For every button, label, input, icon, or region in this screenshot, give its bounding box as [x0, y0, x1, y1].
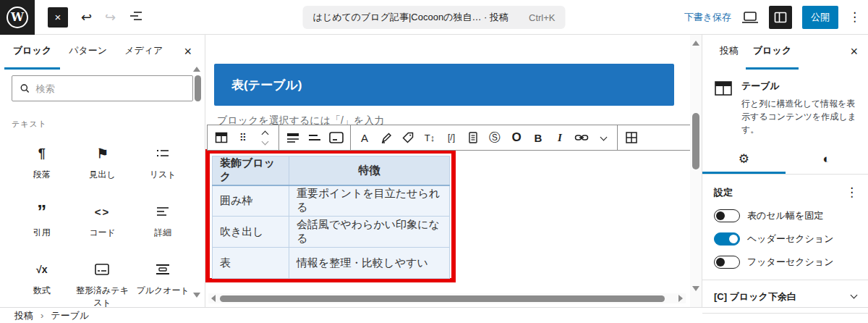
sidebar-scrollbar-thumb[interactable] [195, 75, 201, 101]
table-header-cell[interactable]: 装飾ブロック [213, 156, 289, 185]
fixed-cell-width-toggle[interactable] [714, 209, 740, 222]
scroll-down-arrow[interactable] [692, 286, 699, 291]
block-item-pullquote[interactable]: プルクオート [132, 253, 193, 315]
undo-button[interactable]: ↩ [81, 11, 92, 24]
table-row: 吹き出し 会話風でやわらかい印象になる [213, 217, 450, 248]
heading-block[interactable]: 表(テーブル) [214, 64, 674, 106]
canvas-vertical-scrollbar[interactable] [690, 35, 702, 307]
block-item-code[interactable]: <> コード [72, 195, 133, 246]
tab-settings[interactable]: ⚙ [702, 146, 786, 174]
editor-canvas[interactable]: 表(テーブル) ブロックを選択するには「/」を入力 ⠿ [205, 35, 690, 307]
table-cell[interactable]: 表 [213, 248, 289, 279]
toolbar-group-table-edit [618, 125, 645, 150]
table-block-type-button[interactable] [210, 125, 232, 150]
caption-button[interactable] [326, 125, 347, 150]
block-search-input[interactable] [35, 83, 185, 94]
font-size-button[interactable]: T↕ [419, 125, 441, 150]
list-icon [156, 147, 170, 160]
align-text-button[interactable] [304, 125, 326, 150]
bold-button[interactable]: B [527, 125, 549, 150]
redo-icon: ↪ [105, 10, 116, 25]
block-item-details[interactable]: 詳細 [132, 195, 193, 246]
table-block[interactable]: 装飾ブロック 特徴 囲み枠 重要ポイントを目立たせられる 吹き出し 会話風でやわ… [212, 156, 450, 279]
table-cell[interactable]: 情報を整理・比較しやすい [289, 248, 450, 279]
preview-button[interactable] [741, 10, 759, 25]
gear-icon: ⚙ [739, 151, 749, 167]
table-cell[interactable]: 吹き出し [213, 217, 289, 248]
document-overview-bar[interactable]: はじめてのブログ記事|Cocoonの独自… · 投稿 Ctrl+K [303, 6, 566, 29]
table-header-cell[interactable]: 特徴 [289, 156, 450, 185]
toolbar-group-block: ⠿ [208, 125, 279, 150]
heading-block-text: 表(テーブル) [231, 77, 302, 93]
shortcode-button[interactable]: [/] [441, 125, 462, 150]
publish-button[interactable]: 公開 [802, 6, 838, 29]
toggle-row-header-section: ヘッダーセクション [702, 227, 868, 251]
memo-button[interactable] [462, 125, 484, 150]
annotation-red-box: 装飾ブロック 特徴 囲み枠 重要ポイントを目立たせられる 吹き出し 会話風でやわ… [205, 149, 456, 282]
header-section-toggle[interactable] [714, 232, 740, 246]
math-icon: √x [36, 260, 47, 279]
chevron-down-icon [851, 292, 858, 299]
tab-post[interactable]: 投稿 [712, 34, 746, 70]
tab-patterns[interactable]: パターン [60, 34, 116, 70]
tab-styles[interactable]: ◐ [786, 146, 868, 174]
scroll-right-arrow[interactable] [678, 295, 683, 302]
s-circle-button[interactable]: Ⓢ [484, 125, 506, 150]
sidebar-panel-icon [773, 10, 788, 25]
canvas-horizontal-scrollbar[interactable] [208, 293, 686, 303]
save-draft-button[interactable]: 下書き保存 [684, 11, 731, 24]
tab-block[interactable]: ブロック [746, 34, 799, 70]
panel-block-bottom-margin[interactable]: [C] ブロック下余白 [702, 280, 868, 313]
block-card: テーブル 行と列に構造化して情報を表示するコンテンツを作成します。 [702, 68, 868, 143]
inserter-tabs: ブロック パターン メディア × [0, 35, 205, 68]
table-style-default-button[interactable] [282, 125, 304, 150]
panel-advanced-settings[interactable]: 高度な設定 [702, 313, 868, 323]
italic-button[interactable]: I [549, 125, 571, 150]
table-cell[interactable]: 重要ポイントを目立たせられる [289, 185, 450, 217]
footer-section-toggle[interactable] [714, 256, 740, 269]
table-block-icon [214, 130, 229, 145]
paragraph-placeholder[interactable]: ブロックを選択するには「/」を入力 [217, 114, 384, 125]
tag-button[interactable] [397, 125, 419, 150]
list-view-button[interactable] [129, 9, 143, 25]
marker-pen-icon [380, 131, 393, 144]
drag-handle[interactable]: ⠿ [232, 125, 254, 150]
options-menu-button[interactable]: ⋮ [848, 9, 861, 25]
block-item-math[interactable]: √x 数式 [12, 253, 72, 315]
wordpress-logo[interactable]: W [0, 0, 35, 35]
topbar-actions: 下書き保存 公開 ⋮ [684, 6, 868, 29]
settings-sidebar-tabs: 投稿 ブロック × [702, 35, 868, 68]
sidebar-scroll-up-arrow[interactable] [193, 67, 200, 72]
sidebar-scroll-down-arrow[interactable] [193, 293, 200, 298]
redo-button[interactable]: ↪ [105, 11, 116, 24]
more-formats-button[interactable] [592, 125, 614, 150]
align-left-icon [307, 131, 322, 144]
settings-close-button[interactable]: × [844, 41, 864, 62]
table-cell[interactable]: 会話風でやわらかい印象になる [289, 217, 450, 248]
marker-button[interactable] [375, 125, 397, 150]
settings-options-button[interactable]: ⋮ [846, 185, 858, 200]
link-button[interactable] [571, 125, 592, 150]
font-color-button[interactable]: A [354, 125, 375, 150]
block-item-quote[interactable]: ” 引用 [12, 195, 72, 246]
move-block-buttons[interactable] [254, 125, 276, 150]
preformatted-icon [94, 263, 110, 276]
block-item-preformatted[interactable]: 整形済みテキスト [72, 253, 133, 315]
edit-table-button[interactable] [621, 125, 642, 150]
inserter-close-button[interactable]: × [176, 41, 199, 62]
block-inserter-toggle-button[interactable]: × [48, 7, 68, 28]
table-cell[interactable]: 囲み枠 [213, 185, 289, 217]
move-up-icon [261, 130, 268, 138]
tag-icon [401, 131, 414, 144]
vertical-scrollbar-thumb[interactable] [692, 113, 699, 169]
tab-blocks[interactable]: ブロック [4, 34, 60, 70]
scroll-left-arrow[interactable] [211, 295, 216, 302]
settings-sidebar-toggle-button[interactable] [769, 6, 792, 29]
tab-media[interactable]: メディア [116, 34, 171, 70]
o-shape-button[interactable]: O [506, 125, 527, 150]
scroll-up-arrow[interactable] [692, 41, 699, 46]
horizontal-scrollbar-thumb[interactable] [220, 295, 665, 302]
block-item-paragraph[interactable]: ¶ 段落 [12, 137, 72, 188]
block-item-list[interactable]: リスト [132, 137, 193, 188]
block-item-heading[interactable]: ⚑ 見出し [72, 137, 133, 188]
